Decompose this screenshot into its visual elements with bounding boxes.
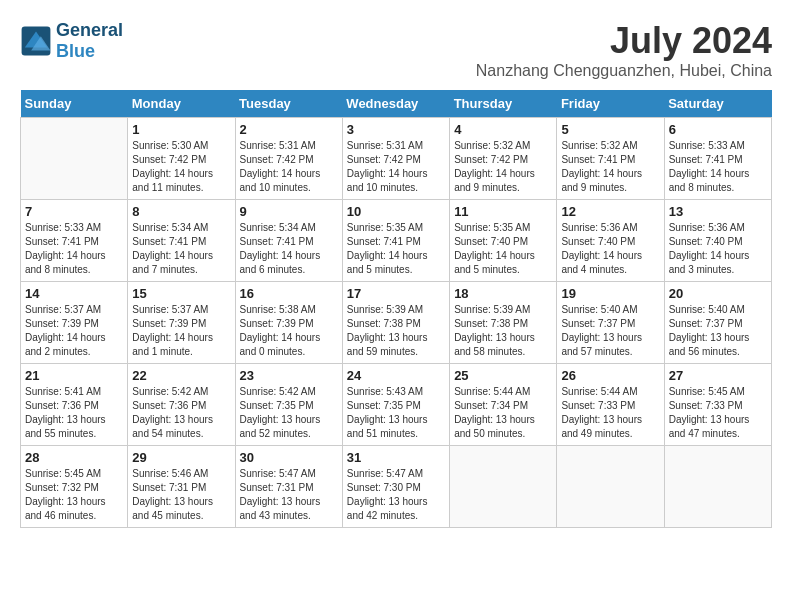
day-info: Sunrise: 5:40 AM Sunset: 7:37 PM Dayligh… <box>669 303 767 359</box>
calendar-cell <box>21 118 128 200</box>
calendar-cell <box>557 446 664 528</box>
day-number: 15 <box>132 286 230 301</box>
logo: General Blue <box>20 20 123 62</box>
day-number: 11 <box>454 204 552 219</box>
day-info: Sunrise: 5:45 AM Sunset: 7:33 PM Dayligh… <box>669 385 767 441</box>
day-info: Sunrise: 5:41 AM Sunset: 7:36 PM Dayligh… <box>25 385 123 441</box>
weekday-header-thursday: Thursday <box>450 90 557 118</box>
calendar-cell: 9Sunrise: 5:34 AM Sunset: 7:41 PM Daylig… <box>235 200 342 282</box>
header: General Blue July 2024 Nanzhang Chenggua… <box>20 20 772 80</box>
calendar-cell: 13Sunrise: 5:36 AM Sunset: 7:40 PM Dayli… <box>664 200 771 282</box>
day-number: 19 <box>561 286 659 301</box>
day-number: 30 <box>240 450 338 465</box>
calendar-cell: 22Sunrise: 5:42 AM Sunset: 7:36 PM Dayli… <box>128 364 235 446</box>
day-number: 9 <box>240 204 338 219</box>
day-number: 20 <box>669 286 767 301</box>
day-number: 16 <box>240 286 338 301</box>
day-info: Sunrise: 5:33 AM Sunset: 7:41 PM Dayligh… <box>25 221 123 277</box>
day-number: 14 <box>25 286 123 301</box>
day-info: Sunrise: 5:44 AM Sunset: 7:33 PM Dayligh… <box>561 385 659 441</box>
calendar-cell: 12Sunrise: 5:36 AM Sunset: 7:40 PM Dayli… <box>557 200 664 282</box>
week-row-5: 28Sunrise: 5:45 AM Sunset: 7:32 PM Dayli… <box>21 446 772 528</box>
weekday-header-sunday: Sunday <box>21 90 128 118</box>
day-info: Sunrise: 5:39 AM Sunset: 7:38 PM Dayligh… <box>347 303 445 359</box>
day-number: 12 <box>561 204 659 219</box>
day-number: 7 <box>25 204 123 219</box>
day-info: Sunrise: 5:31 AM Sunset: 7:42 PM Dayligh… <box>347 139 445 195</box>
day-number: 27 <box>669 368 767 383</box>
calendar-cell: 31Sunrise: 5:47 AM Sunset: 7:30 PM Dayli… <box>342 446 449 528</box>
day-number: 29 <box>132 450 230 465</box>
calendar-cell: 18Sunrise: 5:39 AM Sunset: 7:38 PM Dayli… <box>450 282 557 364</box>
calendar-cell: 1Sunrise: 5:30 AM Sunset: 7:42 PM Daylig… <box>128 118 235 200</box>
weekday-header-tuesday: Tuesday <box>235 90 342 118</box>
calendar-cell: 4Sunrise: 5:32 AM Sunset: 7:42 PM Daylig… <box>450 118 557 200</box>
day-number: 8 <box>132 204 230 219</box>
day-number: 5 <box>561 122 659 137</box>
calendar-cell: 23Sunrise: 5:42 AM Sunset: 7:35 PM Dayli… <box>235 364 342 446</box>
weekday-header-friday: Friday <box>557 90 664 118</box>
weekday-header-wednesday: Wednesday <box>342 90 449 118</box>
week-row-2: 7Sunrise: 5:33 AM Sunset: 7:41 PM Daylig… <box>21 200 772 282</box>
calendar-cell: 7Sunrise: 5:33 AM Sunset: 7:41 PM Daylig… <box>21 200 128 282</box>
day-info: Sunrise: 5:46 AM Sunset: 7:31 PM Dayligh… <box>132 467 230 523</box>
day-number: 17 <box>347 286 445 301</box>
calendar-cell: 15Sunrise: 5:37 AM Sunset: 7:39 PM Dayli… <box>128 282 235 364</box>
day-info: Sunrise: 5:38 AM Sunset: 7:39 PM Dayligh… <box>240 303 338 359</box>
calendar-cell: 17Sunrise: 5:39 AM Sunset: 7:38 PM Dayli… <box>342 282 449 364</box>
day-info: Sunrise: 5:34 AM Sunset: 7:41 PM Dayligh… <box>240 221 338 277</box>
day-number: 21 <box>25 368 123 383</box>
calendar-cell: 3Sunrise: 5:31 AM Sunset: 7:42 PM Daylig… <box>342 118 449 200</box>
calendar-cell <box>450 446 557 528</box>
day-info: Sunrise: 5:42 AM Sunset: 7:36 PM Dayligh… <box>132 385 230 441</box>
title-area: July 2024 Nanzhang Chengguanzhen, Hubei,… <box>476 20 772 80</box>
calendar-cell: 28Sunrise: 5:45 AM Sunset: 7:32 PM Dayli… <box>21 446 128 528</box>
weekday-header-saturday: Saturday <box>664 90 771 118</box>
weekday-header-row: SundayMondayTuesdayWednesdayThursdayFrid… <box>21 90 772 118</box>
calendar-cell: 26Sunrise: 5:44 AM Sunset: 7:33 PM Dayli… <box>557 364 664 446</box>
weekday-header-monday: Monday <box>128 90 235 118</box>
day-number: 1 <box>132 122 230 137</box>
logo-text: General Blue <box>56 20 123 62</box>
day-number: 6 <box>669 122 767 137</box>
day-number: 28 <box>25 450 123 465</box>
calendar: SundayMondayTuesdayWednesdayThursdayFrid… <box>20 90 772 528</box>
calendar-cell: 8Sunrise: 5:34 AM Sunset: 7:41 PM Daylig… <box>128 200 235 282</box>
calendar-cell: 19Sunrise: 5:40 AM Sunset: 7:37 PM Dayli… <box>557 282 664 364</box>
day-info: Sunrise: 5:32 AM Sunset: 7:41 PM Dayligh… <box>561 139 659 195</box>
day-number: 13 <box>669 204 767 219</box>
day-info: Sunrise: 5:37 AM Sunset: 7:39 PM Dayligh… <box>132 303 230 359</box>
day-number: 4 <box>454 122 552 137</box>
day-info: Sunrise: 5:32 AM Sunset: 7:42 PM Dayligh… <box>454 139 552 195</box>
day-info: Sunrise: 5:36 AM Sunset: 7:40 PM Dayligh… <box>669 221 767 277</box>
day-info: Sunrise: 5:37 AM Sunset: 7:39 PM Dayligh… <box>25 303 123 359</box>
day-info: Sunrise: 5:42 AM Sunset: 7:35 PM Dayligh… <box>240 385 338 441</box>
day-info: Sunrise: 5:31 AM Sunset: 7:42 PM Dayligh… <box>240 139 338 195</box>
day-info: Sunrise: 5:45 AM Sunset: 7:32 PM Dayligh… <box>25 467 123 523</box>
day-number: 25 <box>454 368 552 383</box>
week-row-1: 1Sunrise: 5:30 AM Sunset: 7:42 PM Daylig… <box>21 118 772 200</box>
location: Nanzhang Chengguanzhen, Hubei, China <box>476 62 772 80</box>
month-year: July 2024 <box>476 20 772 62</box>
day-info: Sunrise: 5:30 AM Sunset: 7:42 PM Dayligh… <box>132 139 230 195</box>
calendar-cell: 16Sunrise: 5:38 AM Sunset: 7:39 PM Dayli… <box>235 282 342 364</box>
day-info: Sunrise: 5:35 AM Sunset: 7:40 PM Dayligh… <box>454 221 552 277</box>
day-info: Sunrise: 5:44 AM Sunset: 7:34 PM Dayligh… <box>454 385 552 441</box>
week-row-4: 21Sunrise: 5:41 AM Sunset: 7:36 PM Dayli… <box>21 364 772 446</box>
day-number: 3 <box>347 122 445 137</box>
day-info: Sunrise: 5:36 AM Sunset: 7:40 PM Dayligh… <box>561 221 659 277</box>
day-info: Sunrise: 5:47 AM Sunset: 7:31 PM Dayligh… <box>240 467 338 523</box>
calendar-cell: 25Sunrise: 5:44 AM Sunset: 7:34 PM Dayli… <box>450 364 557 446</box>
calendar-cell: 11Sunrise: 5:35 AM Sunset: 7:40 PM Dayli… <box>450 200 557 282</box>
calendar-cell: 29Sunrise: 5:46 AM Sunset: 7:31 PM Dayli… <box>128 446 235 528</box>
day-number: 18 <box>454 286 552 301</box>
calendar-cell: 24Sunrise: 5:43 AM Sunset: 7:35 PM Dayli… <box>342 364 449 446</box>
day-number: 22 <box>132 368 230 383</box>
calendar-cell: 10Sunrise: 5:35 AM Sunset: 7:41 PM Dayli… <box>342 200 449 282</box>
logo-icon <box>20 25 52 57</box>
day-number: 2 <box>240 122 338 137</box>
calendar-cell <box>664 446 771 528</box>
calendar-cell: 14Sunrise: 5:37 AM Sunset: 7:39 PM Dayli… <box>21 282 128 364</box>
day-info: Sunrise: 5:47 AM Sunset: 7:30 PM Dayligh… <box>347 467 445 523</box>
day-info: Sunrise: 5:33 AM Sunset: 7:41 PM Dayligh… <box>669 139 767 195</box>
